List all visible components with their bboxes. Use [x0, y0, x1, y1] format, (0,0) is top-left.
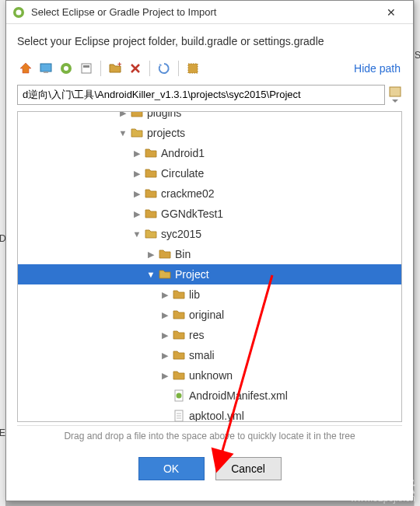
- android-file-icon: [172, 389, 186, 402]
- svg-rect-2: [40, 64, 51, 72]
- folder-icon: [130, 111, 144, 119]
- tree-item-label: crackme02: [161, 187, 214, 200]
- expand-arrow-icon[interactable]: ▶: [116, 111, 130, 118]
- path-row: [6, 82, 413, 110]
- expand-arrow-icon[interactable]: ▶: [158, 371, 172, 381]
- tree-item-label: Android1: [161, 147, 205, 159]
- folder-icon: [144, 147, 158, 159]
- tree-item-label: unknown: [189, 369, 233, 382]
- ok-button[interactable]: OK: [138, 457, 205, 480]
- folder-icon: [144, 167, 158, 180]
- background-right-edge: [414, 0, 420, 506]
- tree-item-label: smali: [189, 349, 215, 361]
- app-icon: [12, 6, 25, 19]
- tree-folder[interactable]: ▶smali: [18, 345, 401, 365]
- tree-item-label: res: [189, 329, 204, 341]
- tree-file[interactable]: AndroidManifest.xml: [18, 386, 401, 406]
- tree-item-label: Circulate: [161, 167, 204, 180]
- expand-arrow-icon[interactable]: ▶: [158, 330, 172, 340]
- expand-arrow-icon[interactable]: ▼: [144, 270, 158, 279]
- svg-rect-7: [83, 65, 89, 68]
- svg-rect-9: [188, 64, 198, 73]
- background-left-edge: D E: [0, 0, 5, 506]
- svg-rect-3: [44, 72, 48, 73]
- folder-icon: [172, 309, 186, 321]
- expand-arrow-icon[interactable]: ▼: [116, 128, 130, 138]
- folder-icon: [130, 127, 144, 139]
- expand-arrow-icon[interactable]: ▶: [158, 290, 172, 300]
- tree-folder[interactable]: ▶Android1: [18, 143, 401, 163]
- folder-icon: [172, 329, 186, 341]
- delete-icon[interactable]: [127, 60, 144, 77]
- tree-folder[interactable]: ▶plugins: [18, 111, 401, 123]
- window-title: Select Eclipse or Gradle Project to Impo…: [31, 6, 376, 18]
- tree-item-label: GGNdkTest1: [161, 208, 223, 220]
- import-dialog: Select Eclipse or Gradle Project to Impo…: [5, 0, 414, 501]
- desktop-icon[interactable]: [37, 60, 54, 77]
- new-folder-icon[interactable]: +: [107, 60, 124, 77]
- file-icon: [172, 410, 186, 422]
- svg-point-12: [177, 393, 182, 399]
- expand-arrow-icon[interactable]: ▶: [130, 189, 144, 199]
- tree-folder[interactable]: ▼projects: [18, 123, 401, 143]
- tree-item-label: plugins: [147, 111, 181, 119]
- expand-arrow-icon[interactable]: ▶: [130, 209, 144, 219]
- tree-folder[interactable]: ▶Bin: [18, 244, 401, 264]
- folder-icon: [172, 369, 186, 382]
- dialog-description: Select your Eclipse project folder, buil…: [6, 24, 413, 55]
- expand-arrow-icon[interactable]: ▶: [144, 250, 158, 260]
- expand-arrow-icon[interactable]: ▶: [158, 310, 172, 320]
- folder-icon: [158, 268, 172, 281]
- tree-folder[interactable]: ▼syc2015: [18, 224, 401, 244]
- tree-folder[interactable]: ▶res: [18, 325, 401, 345]
- refresh-icon[interactable]: [156, 60, 173, 77]
- path-input[interactable]: [17, 85, 385, 105]
- tree-item-label: projects: [147, 127, 185, 139]
- drop-hint: Drag and drop a file into the space abov…: [17, 425, 402, 446]
- titlebar: Select Eclipse or Gradle Project to Impo…: [6, 1, 413, 24]
- tree-item-label: original: [189, 309, 224, 321]
- tree-folder[interactable]: ▶lib: [18, 284, 401, 305]
- tree-item-label: apktool.yml: [189, 410, 244, 422]
- folder-icon: [158, 248, 172, 260]
- tree-item-label: AndroidManifest.xml: [189, 389, 288, 402]
- tree-folder[interactable]: ▶Circulate: [18, 163, 401, 183]
- folder-icon: [172, 288, 186, 301]
- close-button[interactable]: ✕: [376, 6, 407, 19]
- expand-arrow-icon[interactable]: ▶: [130, 169, 144, 179]
- toolbar: + Hide path: [6, 55, 413, 82]
- tree-item-label: Project: [175, 268, 209, 281]
- home-icon[interactable]: [17, 60, 34, 77]
- expand-arrow-icon[interactable]: ▶: [158, 351, 172, 361]
- svg-text:+: +: [117, 61, 121, 68]
- folder-icon: [172, 349, 186, 361]
- tree-item-label: syc2015: [161, 228, 201, 240]
- path-history-icon[interactable]: [388, 85, 402, 105]
- svg-rect-10: [390, 87, 401, 96]
- expand-arrow-icon[interactable]: ▶: [130, 148, 144, 159]
- tree-folder[interactable]: ▶original: [18, 305, 401, 325]
- dialog-buttons: OK Cancel: [6, 446, 413, 488]
- tree-item-label: lib: [189, 288, 200, 301]
- folder-icon: [144, 187, 158, 200]
- svg-point-5: [64, 66, 68, 71]
- tree-folder[interactable]: ▼Project: [18, 264, 401, 284]
- tree-folder[interactable]: ▶crackme02: [18, 183, 401, 204]
- module-icon[interactable]: [78, 60, 95, 77]
- tree-folder[interactable]: ▶unknown: [18, 365, 401, 386]
- file-tree[interactable]: ▶plugins▼projects▶Android1▶Circulate▶cra…: [17, 111, 402, 422]
- project-icon[interactable]: [58, 60, 75, 77]
- tree-item-label: Bin: [175, 248, 191, 260]
- folder-icon: [144, 228, 158, 240]
- hide-path-link[interactable]: Hide path: [354, 62, 404, 75]
- show-hidden-icon[interactable]: [184, 60, 201, 77]
- svg-rect-6: [82, 64, 91, 73]
- expand-arrow-icon[interactable]: ▼: [130, 229, 144, 239]
- svg-point-1: [16, 9, 22, 15]
- tree-file[interactable]: apktool.yml: [18, 406, 401, 422]
- tree-folder[interactable]: ▶GGNdkTest1: [18, 204, 401, 224]
- cancel-button[interactable]: Cancel: [215, 457, 282, 480]
- folder-icon: [144, 208, 158, 220]
